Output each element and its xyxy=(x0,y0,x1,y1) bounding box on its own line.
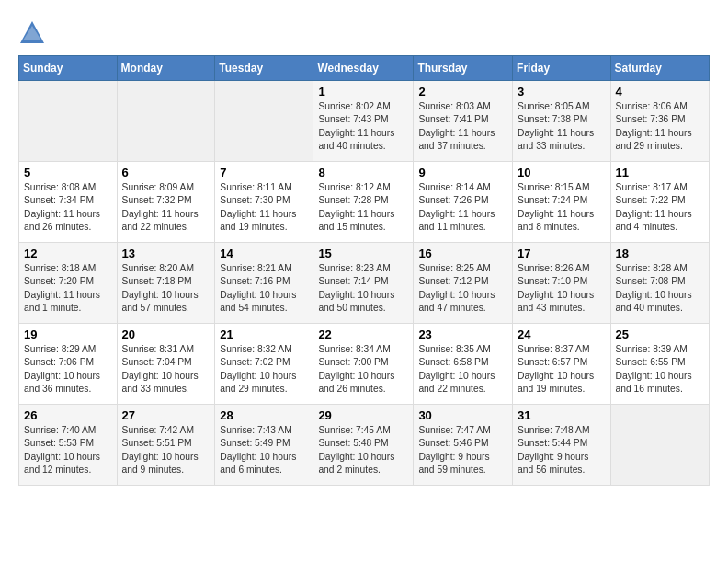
weekday-header-sunday: Sunday xyxy=(19,56,118,81)
day-info: Sunrise: 8:15 AM Sunset: 7:24 PM Dayligh… xyxy=(518,181,605,235)
day-info: Sunrise: 7:42 AM Sunset: 5:51 PM Dayligh… xyxy=(122,424,210,477)
weekday-header-tuesday: Tuesday xyxy=(215,56,313,81)
day-info: Sunrise: 8:31 AM Sunset: 7:04 PM Dayligh… xyxy=(122,343,210,396)
weekday-header-wednesday: Wednesday xyxy=(313,56,414,81)
day-number: 7 xyxy=(220,166,308,179)
calendar-cell: 19Sunrise: 8:29 AM Sunset: 7:06 PM Dayli… xyxy=(19,324,118,405)
calendar-cell: 22Sunrise: 8:34 AM Sunset: 7:00 PM Dayli… xyxy=(313,324,414,405)
day-info: Sunrise: 7:43 AM Sunset: 5:49 PM Dayligh… xyxy=(220,424,308,477)
day-info: Sunrise: 7:45 AM Sunset: 5:48 PM Dayligh… xyxy=(318,424,408,477)
calendar-cell: 29Sunrise: 7:45 AM Sunset: 5:48 PM Dayli… xyxy=(313,405,414,486)
calendar-cell: 13Sunrise: 8:20 AM Sunset: 7:18 PM Dayli… xyxy=(117,243,215,324)
calendar-cell: 9Sunrise: 8:14 AM Sunset: 7:26 PM Daylig… xyxy=(414,162,513,243)
day-info: Sunrise: 8:09 AM Sunset: 7:32 PM Dayligh… xyxy=(122,181,210,235)
weekday-header-monday: Monday xyxy=(117,56,215,81)
day-info: Sunrise: 8:06 AM Sunset: 7:36 PM Dayligh… xyxy=(616,100,704,154)
day-info: Sunrise: 8:32 AM Sunset: 7:02 PM Dayligh… xyxy=(220,343,308,396)
day-info: Sunrise: 8:11 AM Sunset: 7:30 PM Dayligh… xyxy=(220,181,308,235)
page-header xyxy=(18,18,710,46)
day-info: Sunrise: 8:08 AM Sunset: 7:34 PM Dayligh… xyxy=(24,181,112,235)
day-number: 3 xyxy=(518,85,605,98)
calendar-cell: 25Sunrise: 8:39 AM Sunset: 6:55 PM Dayli… xyxy=(610,324,709,405)
weekday-header-saturday: Saturday xyxy=(610,56,709,81)
calendar-cell: 8Sunrise: 8:12 AM Sunset: 7:28 PM Daylig… xyxy=(313,162,414,243)
calendar-cell xyxy=(117,81,215,162)
calendar-cell: 11Sunrise: 8:17 AM Sunset: 7:22 PM Dayli… xyxy=(610,162,709,243)
logo xyxy=(18,18,50,46)
calendar-week-2: 5Sunrise: 8:08 AM Sunset: 7:34 PM Daylig… xyxy=(19,162,710,243)
day-info: Sunrise: 8:20 AM Sunset: 7:18 PM Dayligh… xyxy=(122,262,210,316)
day-number: 28 xyxy=(220,408,308,422)
day-info: Sunrise: 8:37 AM Sunset: 6:57 PM Dayligh… xyxy=(518,343,605,396)
day-number: 5 xyxy=(24,166,112,179)
day-info: Sunrise: 8:05 AM Sunset: 7:38 PM Dayligh… xyxy=(518,100,605,154)
calendar-cell: 12Sunrise: 8:18 AM Sunset: 7:20 PM Dayli… xyxy=(19,243,118,324)
day-info: Sunrise: 8:18 AM Sunset: 7:20 PM Dayligh… xyxy=(24,262,112,316)
calendar-header: SundayMondayTuesdayWednesdayThursdayFrid… xyxy=(19,56,710,81)
calendar-cell: 2Sunrise: 8:03 AM Sunset: 7:41 PM Daylig… xyxy=(414,81,513,162)
calendar-cell: 4Sunrise: 8:06 AM Sunset: 7:36 PM Daylig… xyxy=(610,81,709,162)
day-number: 17 xyxy=(518,247,605,260)
day-number: 18 xyxy=(616,247,704,260)
day-number: 29 xyxy=(318,408,408,422)
day-number: 27 xyxy=(122,408,210,422)
calendar-cell: 17Sunrise: 8:26 AM Sunset: 7:10 PM Dayli… xyxy=(513,243,610,324)
day-number: 23 xyxy=(418,327,507,341)
calendar-body: 1Sunrise: 8:02 AM Sunset: 7:43 PM Daylig… xyxy=(19,81,710,486)
day-info: Sunrise: 8:12 AM Sunset: 7:28 PM Dayligh… xyxy=(318,181,408,235)
day-info: Sunrise: 8:39 AM Sunset: 6:55 PM Dayligh… xyxy=(616,343,704,396)
day-info: Sunrise: 7:48 AM Sunset: 5:44 PM Dayligh… xyxy=(518,424,605,477)
day-number: 19 xyxy=(24,327,112,341)
calendar-cell: 30Sunrise: 7:47 AM Sunset: 5:46 PM Dayli… xyxy=(414,405,513,486)
day-number: 25 xyxy=(616,327,704,341)
calendar-week-3: 12Sunrise: 8:18 AM Sunset: 7:20 PM Dayli… xyxy=(19,243,710,324)
day-number: 15 xyxy=(318,247,408,260)
calendar-cell: 26Sunrise: 7:40 AM Sunset: 5:53 PM Dayli… xyxy=(19,405,118,486)
calendar-cell: 3Sunrise: 8:05 AM Sunset: 7:38 PM Daylig… xyxy=(513,81,610,162)
calendar-week-4: 19Sunrise: 8:29 AM Sunset: 7:06 PM Dayli… xyxy=(19,324,710,405)
day-number: 13 xyxy=(122,247,210,260)
day-info: Sunrise: 8:23 AM Sunset: 7:14 PM Dayligh… xyxy=(318,262,408,316)
day-info: Sunrise: 8:35 AM Sunset: 6:58 PM Dayligh… xyxy=(418,343,507,396)
day-number: 8 xyxy=(318,166,408,179)
day-info: Sunrise: 8:29 AM Sunset: 7:06 PM Dayligh… xyxy=(24,343,112,396)
calendar-table: SundayMondayTuesdayWednesdayThursdayFrid… xyxy=(18,55,710,486)
calendar-cell: 28Sunrise: 7:43 AM Sunset: 5:49 PM Dayli… xyxy=(215,405,313,486)
calendar-cell: 27Sunrise: 7:42 AM Sunset: 5:51 PM Dayli… xyxy=(117,405,215,486)
weekday-header-thursday: Thursday xyxy=(414,56,513,81)
calendar-cell: 6Sunrise: 8:09 AM Sunset: 7:32 PM Daylig… xyxy=(117,162,215,243)
calendar-cell: 10Sunrise: 8:15 AM Sunset: 7:24 PM Dayli… xyxy=(513,162,610,243)
day-info: Sunrise: 8:03 AM Sunset: 7:41 PM Dayligh… xyxy=(418,100,507,154)
day-number: 14 xyxy=(220,247,308,260)
day-number: 30 xyxy=(418,408,507,422)
day-info: Sunrise: 8:17 AM Sunset: 7:22 PM Dayligh… xyxy=(616,181,704,235)
calendar-cell: 23Sunrise: 8:35 AM Sunset: 6:58 PM Dayli… xyxy=(414,324,513,405)
day-number: 20 xyxy=(122,327,210,341)
calendar-cell: 18Sunrise: 8:28 AM Sunset: 7:08 PM Dayli… xyxy=(610,243,709,324)
calendar-cell: 16Sunrise: 8:25 AM Sunset: 7:12 PM Dayli… xyxy=(414,243,513,324)
day-number: 31 xyxy=(518,408,605,422)
calendar-cell: 21Sunrise: 8:32 AM Sunset: 7:02 PM Dayli… xyxy=(215,324,313,405)
day-number: 26 xyxy=(24,408,112,422)
day-number: 1 xyxy=(318,85,408,98)
day-number: 4 xyxy=(616,85,704,98)
day-number: 16 xyxy=(418,247,507,260)
logo-icon xyxy=(18,18,46,46)
calendar-cell: 15Sunrise: 8:23 AM Sunset: 7:14 PM Dayli… xyxy=(313,243,414,324)
day-number: 11 xyxy=(616,166,704,179)
calendar-cell: 20Sunrise: 8:31 AM Sunset: 7:04 PM Dayli… xyxy=(117,324,215,405)
calendar-cell xyxy=(215,81,313,162)
day-info: Sunrise: 8:02 AM Sunset: 7:43 PM Dayligh… xyxy=(318,100,408,154)
calendar-cell xyxy=(19,81,118,162)
calendar-cell xyxy=(610,405,709,486)
day-number: 12 xyxy=(24,247,112,260)
day-info: Sunrise: 8:34 AM Sunset: 7:00 PM Dayligh… xyxy=(318,343,408,396)
day-number: 24 xyxy=(518,327,605,341)
day-number: 10 xyxy=(518,166,605,179)
day-number: 22 xyxy=(318,327,408,341)
day-info: Sunrise: 8:26 AM Sunset: 7:10 PM Dayligh… xyxy=(518,262,605,316)
weekday-header-friday: Friday xyxy=(513,56,610,81)
day-info: Sunrise: 7:40 AM Sunset: 5:53 PM Dayligh… xyxy=(24,424,112,477)
day-info: Sunrise: 8:25 AM Sunset: 7:12 PM Dayligh… xyxy=(418,262,507,316)
day-info: Sunrise: 8:28 AM Sunset: 7:08 PM Dayligh… xyxy=(616,262,704,316)
